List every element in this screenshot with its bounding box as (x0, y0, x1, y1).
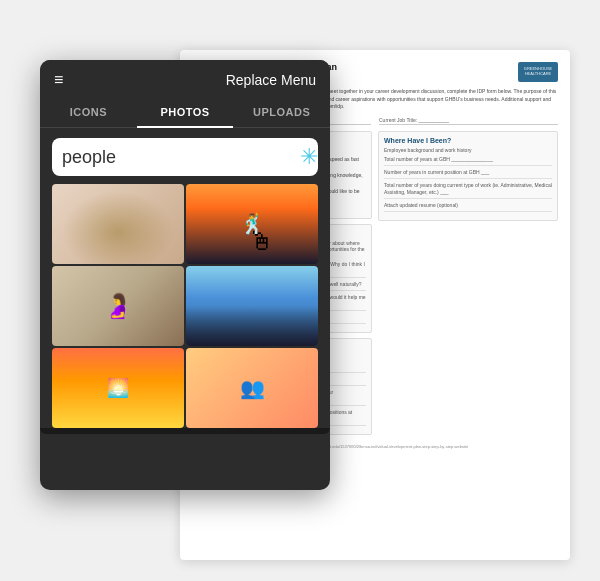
been-field-1: Total number of years at GBH ___________… (384, 156, 552, 166)
replace-menu-popup: ≡ Replace Menu ICONS PHOTOS UPLOADS ✳ (40, 60, 330, 490)
hamburger-icon[interactable]: ≡ (54, 72, 63, 88)
image-yoga[interactable] (52, 184, 184, 264)
popup-search-area: ✳ (40, 128, 330, 184)
image-city[interactable] (186, 266, 318, 346)
image-kids[interactable] (186, 184, 318, 264)
tab-uploads[interactable]: UPLOADS (233, 98, 330, 127)
popup-title: Replace Menu (226, 72, 316, 88)
job-title-field: Current Job Title: ___________ (379, 117, 558, 125)
popup-tabs: ICONS PHOTOS UPLOADS (40, 98, 330, 128)
where-been-title: Where Have I Been? (384, 137, 552, 144)
been-field-3: Total number of years doing current type… (384, 182, 552, 199)
popup-bottom-bar (40, 428, 330, 434)
where-have-i-been-section: Where Have I Been? Employee background a… (378, 131, 558, 221)
image-grid (40, 184, 330, 428)
been-field-2: Number of years in current position at G… (384, 169, 552, 179)
image-friends[interactable] (186, 348, 318, 428)
popup-header: ≡ Replace Menu (40, 60, 330, 98)
image-pregnant[interactable] (52, 266, 184, 346)
been-field-4: Attach updated resume (optional) (384, 202, 552, 212)
tab-icons[interactable]: ICONS (40, 98, 137, 127)
doc-logo: GREENHOUSEHEALTHCARE (518, 62, 558, 82)
sparkle-icon: ✳ (300, 144, 318, 170)
search-input[interactable] (62, 147, 294, 168)
image-beach[interactable] (52, 348, 184, 428)
search-bar: ✳ (52, 138, 318, 176)
where-been-subtitle: Employee background and work history (384, 147, 552, 153)
tab-photos[interactable]: PHOTOS (137, 98, 234, 128)
